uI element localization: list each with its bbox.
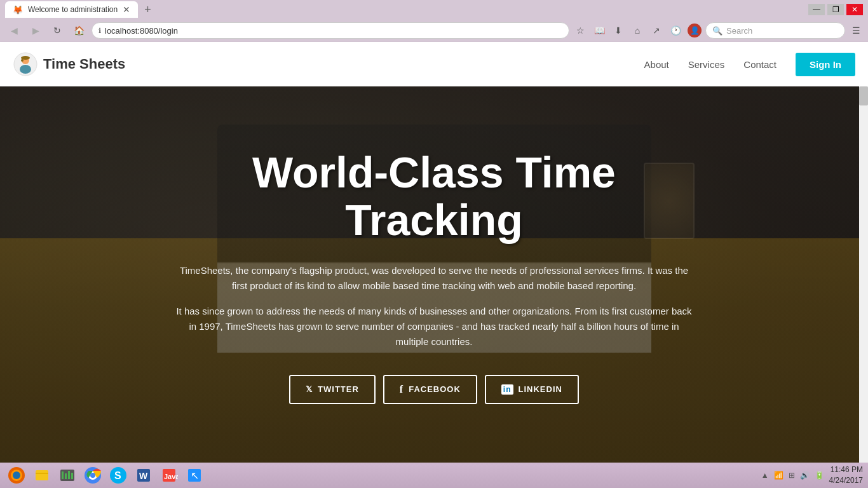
menu-button[interactable]: ☰ — [849, 24, 863, 37]
linkedin-icon: in — [501, 384, 513, 395]
bookmark-icon[interactable]: ☆ — [573, 24, 587, 37]
tray-volume-icon[interactable]: 🔊 — [800, 471, 810, 480]
download-icon[interactable]: ⬇ — [611, 24, 625, 37]
svg-rect-14 — [71, 473, 73, 479]
search-placeholder: Search — [726, 26, 752, 36]
logo-area: Time Sheets — [13, 51, 644, 77]
facebook-button[interactable]: f FACEBOOK — [383, 375, 477, 404]
menu-icons: ☰ — [849, 24, 863, 37]
refresh-button[interactable]: ↻ — [48, 22, 66, 39]
nav-links: About Services Contact Sign In — [644, 53, 855, 76]
tab-bar: 🦊 Welcome to administration ✕ + — [5, 1, 808, 18]
tray-up-icon[interactable]: ▲ — [761, 471, 769, 480]
hero-section: World-Class Time Tracking TimeSheets, th… — [0, 86, 868, 466]
new-tab-button[interactable]: + — [140, 3, 155, 17]
close-button[interactable]: ✕ — [846, 4, 863, 15]
tray-signal-icon[interactable]: 📶 — [774, 471, 783, 480]
home-nav-icon[interactable]: ⌂ — [630, 24, 644, 37]
minimize-button[interactable]: — — [808, 4, 825, 15]
user-avatar-icon[interactable]: 👤 — [688, 24, 702, 37]
reader-icon[interactable]: ↗ — [649, 24, 663, 37]
linkedin-label: LINKEDIN — [519, 384, 562, 394]
history-icon[interactable]: 🕐 — [668, 24, 682, 37]
url-text: localhost:8080/login — [105, 26, 178, 36]
nav-link-contact[interactable]: Contact — [743, 59, 776, 70]
svg-rect-8 — [36, 470, 48, 480]
taskbar-audio-icon[interactable] — [56, 464, 79, 487]
url-bar[interactable]: ℹ localhost:8080/login — [92, 22, 569, 39]
taskbar-time-display: 11:46 PM 4/24/2017 — [829, 464, 863, 486]
linkedin-button[interactable]: in LINKEDIN — [485, 375, 579, 404]
taskbar-skype-icon[interactable]: S — [107, 464, 130, 487]
tray-battery-icon[interactable]: 🔋 — [815, 471, 824, 480]
website-content: Time Sheets About Services Contact Sign … — [0, 42, 868, 466]
taskbar-date: 4/24/2017 — [829, 475, 863, 486]
taskbar-chrome-icon[interactable] — [81, 464, 104, 487]
logo-text: Time Sheets — [43, 56, 125, 72]
active-tab[interactable]: 🦊 Welcome to administration ✕ — [5, 1, 138, 18]
hero-title: World-Class Time Tracking — [173, 149, 695, 244]
social-buttons: 𝕏 TWITTER f FACEBOOK in LINKEDIN — [173, 375, 695, 404]
home-button[interactable]: 🏠 — [70, 22, 88, 39]
reading-list-icon[interactable]: 📖 — [592, 24, 606, 37]
hero-description-2: It has since grown to address the needs … — [173, 304, 695, 349]
security-icon: ℹ — [98, 27, 101, 35]
window-controls: — ❐ ✕ — [808, 4, 863, 15]
twitter-label: TWITTER — [318, 384, 359, 394]
title-bar: 🦊 Welcome to administration ✕ + — ❐ ✕ — [0, 0, 868, 19]
facebook-icon: f — [400, 384, 403, 395]
tab-close-button[interactable]: ✕ — [123, 4, 130, 15]
tab-favicon: 🦊 — [13, 5, 23, 15]
taskbar-time: 11:46 PM — [829, 464, 863, 475]
twitter-button[interactable]: 𝕏 TWITTER — [289, 375, 376, 404]
taskbar-cursor-icon[interactable]: ↖ — [183, 464, 206, 487]
taskbar-right: ▲ 📶 ⊞ 🔊 🔋 11:46 PM 4/24/2017 — [761, 464, 863, 486]
hero-description-1: TimeSheets, the company's flagship produ… — [173, 263, 695, 294]
svg-rect-9 — [36, 473, 48, 474]
nav-link-about[interactable]: About — [644, 59, 669, 70]
facebook-label: FACEBOOK — [409, 384, 461, 394]
scrollbar-track[interactable] — [859, 86, 868, 466]
svg-text:↖: ↖ — [191, 470, 199, 481]
top-navigation: Time Sheets About Services Contact Sign … — [0, 42, 868, 86]
taskbar: S W Java ↖ ▲ 📶 ⊞ 🔊 🔋 11:46 PM 4/24/2017 — [0, 463, 868, 488]
forward-button[interactable]: ▶ — [27, 22, 44, 39]
address-bar: ◀ ▶ ↻ 🏠 ℹ localhost:8080/login ☆ 📖 ⬇ ⌂ ↗… — [0, 19, 868, 42]
taskbar-files-icon[interactable] — [31, 464, 53, 487]
svg-point-2 — [20, 65, 31, 74]
tray-network-icon[interactable]: ⊞ — [789, 471, 795, 480]
nav-link-services[interactable]: Services — [688, 59, 725, 70]
hero-content: World-Class Time Tracking TimeSheets, th… — [148, 149, 720, 404]
browser-chrome: 🦊 Welcome to administration ✕ + — ❐ ✕ ◀ … — [0, 0, 868, 42]
twitter-icon: 𝕏 — [306, 384, 313, 394]
svg-text:Java: Java — [164, 473, 178, 480]
toolbar-icons: ☆ 📖 ⬇ ⌂ ↗ 🕐 👤 — [573, 24, 702, 37]
svg-rect-12 — [65, 473, 67, 479]
taskbar-firefox-icon[interactable] — [5, 464, 28, 487]
search-bar[interactable]: 🔍 Search — [705, 22, 845, 39]
svg-point-3 — [21, 59, 24, 62]
maximize-button[interactable]: ❐ — [827, 4, 844, 15]
search-icon: 🔍 — [712, 26, 722, 36]
sign-in-button[interactable]: Sign In — [796, 53, 855, 76]
svg-rect-13 — [68, 471, 70, 479]
svg-rect-11 — [62, 471, 64, 479]
svg-text:W: W — [139, 471, 148, 481]
svg-text:S: S — [114, 470, 121, 481]
back-button[interactable]: ◀ — [5, 22, 23, 39]
svg-point-4 — [21, 56, 30, 60]
taskbar-java-icon[interactable]: Java — [158, 464, 180, 487]
tab-title: Welcome to administration — [28, 5, 118, 14]
svg-point-7 — [13, 471, 20, 479]
svg-point-17 — [90, 473, 95, 478]
logo-icon — [13, 51, 38, 77]
scrollbar-thumb[interactable] — [859, 86, 868, 105]
taskbar-word-icon[interactable]: W — [132, 464, 155, 487]
